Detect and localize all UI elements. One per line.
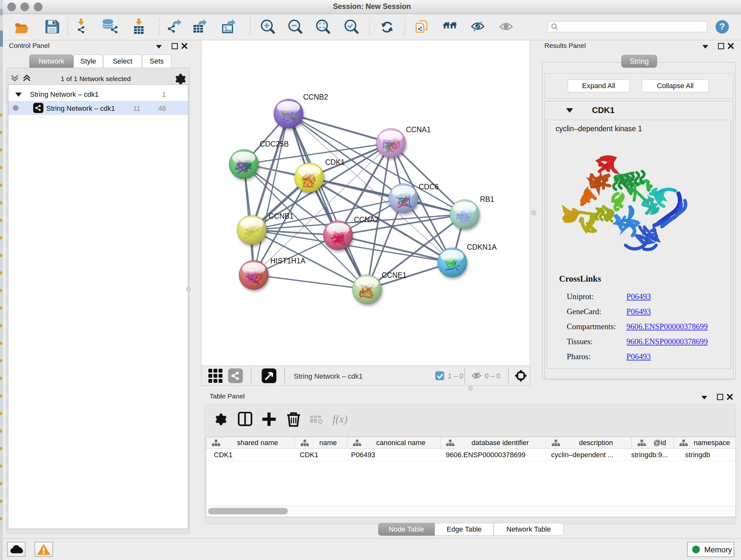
- svg-text:String Network – cdk1: String Network – cdk1: [294, 372, 362, 380]
- svg-text:CCNA1: CCNA1: [406, 125, 431, 134]
- svg-text:?: ?: [719, 21, 725, 32]
- svg-text:CDC6: CDC6: [419, 183, 439, 191]
- svg-text:CCNB2: CCNB2: [303, 93, 328, 101]
- svg-text:CDKN1A: CDKN1A: [467, 243, 497, 251]
- svg-text:CDK1: CDK1: [325, 158, 345, 166]
- svg-text:1 – 0: 1 – 0: [448, 372, 463, 380]
- svg-text:CCNE1: CCNE1: [382, 271, 407, 279]
- svg-text:0 – 0: 0 – 0: [485, 372, 500, 380]
- svg-text:RB1: RB1: [480, 195, 494, 203]
- svg-text:CDC25B: CDC25B: [260, 140, 289, 148]
- svg-text:HIST1H1A: HIST1H1A: [270, 257, 306, 265]
- svg-text:CCNA2: CCNA2: [354, 215, 379, 224]
- svg-text:CCNB1: CCNB1: [269, 212, 293, 220]
- svg-text:f(x): f(x): [333, 413, 347, 425]
